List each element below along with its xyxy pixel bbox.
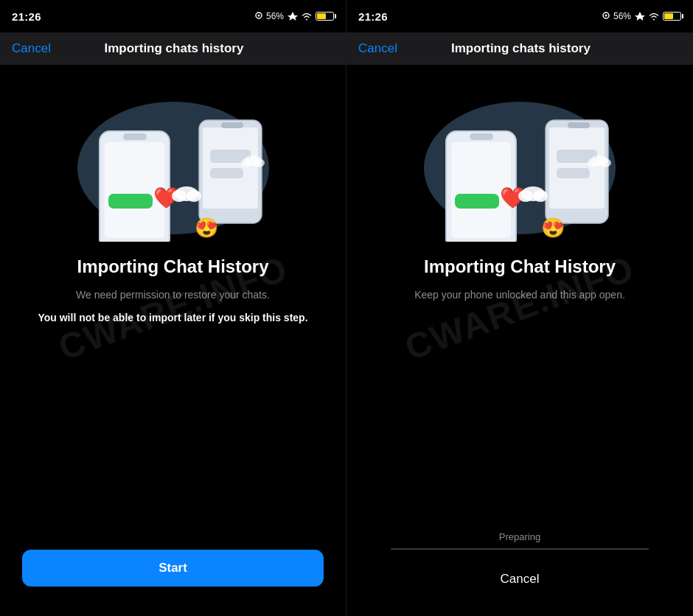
- svg-point-21: [605, 15, 607, 17]
- status-bar-left: 21:26 56%: [0, 0, 346, 32]
- battery-icon-right: [663, 12, 681, 21]
- svg-point-19: [253, 158, 265, 167]
- svg-rect-25: [568, 122, 590, 128]
- wifi-icon-left: [302, 13, 312, 21]
- svg-point-15: [172, 190, 187, 202]
- start-button[interactable]: Start: [22, 550, 324, 587]
- svg-point-16: [187, 190, 201, 202]
- svg-rect-5: [221, 122, 243, 128]
- illustration-right: ❤️ 😍: [409, 80, 630, 242]
- svg-rect-31: [455, 194, 499, 209]
- svg-rect-10: [123, 133, 147, 140]
- svg-point-35: [518, 190, 533, 202]
- status-time-right: 21:26: [358, 10, 388, 23]
- progress-bar-track: [391, 548, 649, 550]
- svg-rect-11: [108, 194, 153, 209]
- right-phone-screen: CWARE.INFO 21:26 56% Cancel Importing ch…: [346, 0, 693, 616]
- svg-rect-7: [210, 168, 243, 178]
- svg-point-39: [599, 158, 611, 167]
- cancel-nav-right[interactable]: Cancel: [358, 41, 397, 56]
- status-time-left: 21:26: [12, 10, 41, 23]
- svg-point-36: [533, 190, 548, 202]
- battery-percent-left: 56%: [266, 11, 284, 21]
- svg-point-38: [588, 158, 599, 167]
- illustration-left: ❤️ 😍: [63, 80, 284, 242]
- airplane-icon-right: [635, 12, 645, 21]
- content-right: ❤️ 😍 Importing Chat History Keep your ph…: [346, 65, 693, 616]
- airplane-icon-left: [288, 12, 298, 21]
- location-icon-right: [602, 12, 610, 21]
- svg-point-18: [241, 158, 253, 167]
- progress-label: Preparing: [391, 531, 649, 542]
- svg-point-1: [257, 15, 260, 17]
- content-left: ❤️ 😍 Importing Chat History We need perm…: [0, 65, 346, 616]
- battery-percent-right: 56%: [613, 11, 631, 21]
- svg-rect-30: [470, 133, 493, 140]
- location-icon-left: [255, 12, 262, 21]
- svg-text:😍: 😍: [195, 216, 219, 239]
- nav-title-left: Importing chats history: [105, 41, 244, 56]
- heading-left: Importing Chat History: [77, 256, 268, 277]
- description-right: Keep your phone unlocked and this app op…: [414, 287, 625, 303]
- cancel-button-left[interactable]: Cancel: [12, 41, 51, 56]
- nav-title-right: Importing chats history: [451, 41, 591, 56]
- status-icons-right: 56%: [602, 11, 681, 21]
- cancel-button-right[interactable]: Cancel: [369, 564, 671, 594]
- nav-bar-right: Cancel Importing chats history: [346, 32, 693, 65]
- progress-section: Preparing: [369, 531, 671, 550]
- nav-bar-left: Cancel Importing chats history: [0, 32, 346, 65]
- warning-text-left: You will not be able to import later if …: [38, 310, 307, 326]
- status-bar-right: 21:26 56%: [346, 0, 693, 32]
- svg-text:😍: 😍: [541, 216, 565, 239]
- battery-icon-left: [316, 12, 334, 21]
- description-left: We need permission to restore your chats…: [76, 287, 270, 303]
- wifi-icon-right: [649, 13, 659, 21]
- heading-right: Importing Chat History: [424, 256, 616, 277]
- svg-rect-27: [557, 168, 590, 178]
- left-phone-screen: CWARE.INFO 21:26 56% Cancel Importing ch…: [0, 0, 346, 616]
- status-icons-left: 56%: [255, 11, 334, 21]
